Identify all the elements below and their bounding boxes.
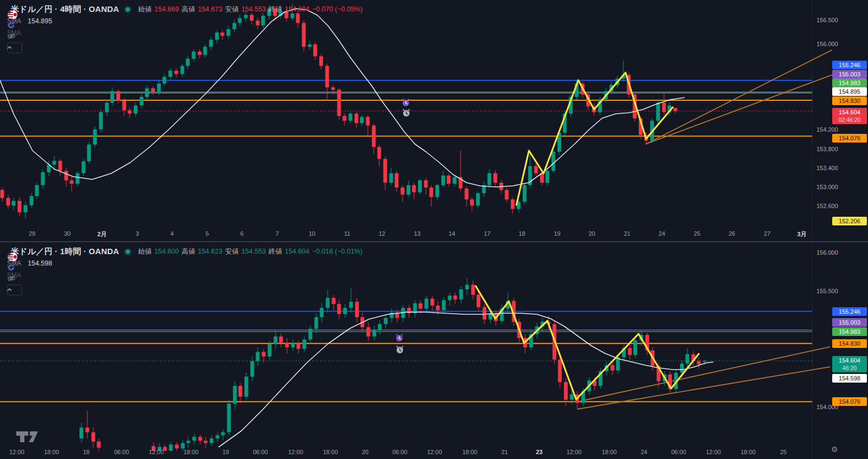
candle[interactable] [488, 173, 492, 185]
candle[interactable] [216, 435, 220, 438]
candle[interactable] [70, 180, 74, 184]
collapse-pane-button[interactable] [7, 285, 22, 295]
alert-alarm-icon[interactable] [403, 99, 409, 106]
candle[interactable] [41, 172, 45, 185]
candle[interactable] [465, 285, 469, 289]
candle[interactable] [279, 337, 283, 342]
candle[interactable] [193, 437, 196, 441]
candle[interactable] [367, 327, 371, 337]
candle[interactable] [93, 130, 97, 145]
candle[interactable] [494, 173, 497, 183]
candle[interactable] [274, 337, 278, 344]
symbol-title[interactable]: 米ドル／円 · 4時間 · OANDA [11, 4, 119, 15]
candle[interactable] [337, 90, 341, 116]
candle[interactable] [373, 331, 376, 337]
candle[interactable] [447, 176, 451, 184]
candle[interactable] [187, 441, 190, 443]
symbol-title[interactable]: 米ドル／円 · 1時間 · OANDA [11, 247, 119, 257]
candle[interactable] [163, 447, 167, 451]
candle[interactable] [245, 377, 248, 397]
candle[interactable] [82, 161, 86, 173]
candle[interactable] [430, 188, 433, 197]
alert-alarm-icon[interactable] [403, 109, 410, 117]
candle[interactable] [476, 193, 480, 206]
candle[interactable] [453, 177, 457, 184]
candle[interactable] [315, 317, 318, 328]
candle[interactable] [378, 147, 381, 159]
candle[interactable] [320, 56, 323, 66]
candle[interactable] [680, 364, 684, 373]
candle[interactable] [662, 102, 666, 112]
candle[interactable] [471, 285, 475, 295]
candle[interactable] [332, 298, 336, 304]
candle[interactable] [628, 348, 632, 355]
candle[interactable] [181, 66, 184, 74]
candle[interactable] [558, 360, 562, 382]
candle[interactable] [181, 443, 185, 449]
candle[interactable] [477, 295, 481, 307]
candle[interactable] [552, 152, 556, 171]
candle[interactable] [448, 295, 452, 300]
candle[interactable] [285, 342, 289, 347]
candle[interactable] [256, 352, 260, 361]
candle[interactable] [268, 344, 272, 357]
candle[interactable] [221, 432, 225, 436]
candle[interactable] [470, 199, 474, 205]
candle[interactable] [611, 365, 615, 371]
candle[interactable] [157, 83, 161, 92]
candle[interactable] [7, 198, 10, 205]
candle[interactable] [175, 70, 178, 74]
candle[interactable] [158, 447, 162, 451]
candle[interactable] [534, 166, 538, 173]
candle[interactable] [343, 116, 347, 121]
candle[interactable] [227, 404, 231, 432]
candle[interactable] [12, 201, 16, 206]
candle[interactable] [186, 59, 190, 66]
candle[interactable] [564, 382, 568, 400]
candle[interactable] [151, 88, 155, 92]
candle[interactable] [523, 185, 527, 202]
candle[interactable] [355, 302, 359, 318]
candle[interactable] [540, 173, 544, 183]
candle[interactable] [384, 318, 388, 324]
candle[interactable] [320, 308, 324, 317]
alert-alarm-icon[interactable] [396, 334, 403, 341]
candle[interactable] [407, 185, 411, 195]
candle[interactable] [65, 171, 68, 180]
candle[interactable] [384, 159, 387, 183]
candle[interactable] [297, 344, 301, 349]
candle[interactable] [505, 190, 509, 199]
candle[interactable] [123, 101, 126, 111]
candle[interactable] [355, 114, 359, 124]
candle[interactable] [239, 386, 242, 397]
candle[interactable] [111, 91, 114, 102]
candle[interactable] [697, 361, 701, 365]
candle[interactable] [117, 91, 120, 101]
candle[interactable] [134, 106, 138, 114]
candle[interactable] [390, 173, 393, 183]
candle[interactable] [309, 329, 312, 340]
candle[interactable] [233, 386, 237, 404]
candle[interactable] [80, 428, 84, 438]
candle[interactable] [674, 108, 678, 111]
candle[interactable] [204, 441, 208, 443]
time-axis-settings-gear-icon[interactable]: ⚙ [831, 445, 838, 454]
candle[interactable] [465, 189, 469, 199]
candle[interactable] [331, 87, 335, 89]
candle[interactable] [337, 304, 341, 314]
candle[interactable] [442, 300, 446, 311]
candle[interactable] [442, 176, 445, 185]
candle[interactable] [436, 306, 440, 311]
candle[interactable] [418, 180, 422, 192]
candle[interactable] [343, 308, 347, 314]
candle[interactable] [199, 437, 202, 441]
alert-alarm-icon[interactable] [397, 346, 403, 353]
candle[interactable] [326, 298, 330, 308]
candle[interactable] [326, 66, 329, 88]
candle[interactable] [163, 77, 167, 83]
candle[interactable] [372, 126, 376, 147]
candle[interactable] [401, 188, 405, 195]
candle[interactable] [128, 110, 132, 113]
candle[interactable] [175, 444, 179, 448]
candle[interactable] [703, 361, 707, 362]
